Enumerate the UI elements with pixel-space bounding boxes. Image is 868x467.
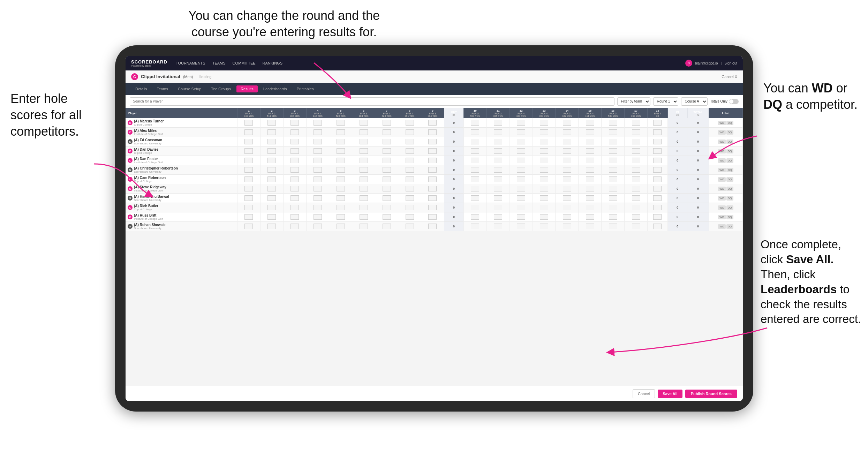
hole-score-input[interactable]	[428, 224, 437, 229]
hole-score-input[interactable]	[632, 148, 640, 154]
hole-score-input[interactable]	[471, 129, 479, 135]
hole-score-input[interactable]	[586, 186, 594, 191]
hole-10-input[interactable]	[463, 165, 486, 175]
hole-score-input[interactable]	[383, 205, 391, 210]
wd-button[interactable]: WD	[718, 121, 725, 125]
hole-score-input[interactable]	[244, 158, 253, 163]
hole-16-input[interactable]	[602, 203, 625, 212]
hole-score-input[interactable]	[609, 224, 617, 229]
hole-4-input[interactable]	[306, 128, 329, 137]
hole-10-input[interactable]	[463, 194, 486, 203]
hole-13-input[interactable]	[533, 165, 556, 175]
hole-12-input[interactable]	[510, 165, 533, 175]
hole-17-input[interactable]	[625, 128, 648, 137]
hole-12-input[interactable]	[510, 222, 533, 231]
hole-10-input[interactable]	[463, 118, 486, 128]
hole-score-input[interactable]	[471, 158, 479, 163]
hole-1-input[interactable]	[237, 222, 260, 231]
hole-score-input[interactable]	[540, 158, 548, 163]
hole-8-input[interactable]	[398, 175, 421, 184]
hole-15-input[interactable]	[579, 175, 602, 184]
hole-score-input[interactable]	[290, 205, 299, 210]
hole-score-input[interactable]	[540, 167, 548, 173]
tab-results[interactable]: Results	[236, 85, 258, 92]
hole-17-input[interactable]	[625, 175, 648, 184]
hole-14-input[interactable]	[556, 137, 579, 146]
tab-leaderboards[interactable]: Leaderboards	[259, 85, 291, 92]
hole-12-input[interactable]	[510, 203, 533, 212]
hole-15-input[interactable]	[579, 184, 602, 194]
hole-score-input[interactable]	[653, 139, 662, 144]
hole-score-input[interactable]	[517, 120, 525, 126]
hole-score-input[interactable]	[337, 186, 345, 191]
hole-2-input[interactable]	[260, 194, 283, 203]
hole-score-input[interactable]	[244, 148, 253, 154]
hole-3-input[interactable]	[283, 165, 306, 175]
hole-score-input[interactable]	[632, 224, 640, 229]
hole-score-input[interactable]	[314, 120, 322, 126]
hole-score-input[interactable]	[244, 205, 253, 210]
hole-score-input[interactable]	[267, 129, 276, 135]
hole-score-input[interactable]	[563, 176, 571, 182]
hole-score-input[interactable]	[406, 167, 414, 173]
hole-5-input[interactable]	[329, 165, 352, 175]
hole-score-input[interactable]	[244, 224, 253, 229]
nav-tournaments[interactable]: TOURNAMENTS	[176, 61, 205, 65]
hole-score-input[interactable]	[471, 167, 479, 173]
hole-9-input[interactable]	[421, 212, 444, 222]
hole-score-input[interactable]	[494, 224, 502, 229]
hole-13-input[interactable]	[533, 156, 556, 165]
hole-score-input[interactable]	[653, 148, 662, 154]
hole-score-input[interactable]	[609, 129, 617, 135]
hole-12-input[interactable]	[510, 146, 533, 156]
hole-score-input[interactable]	[267, 158, 276, 163]
tab-details[interactable]: Details	[131, 85, 151, 92]
hole-score-input[interactable]	[290, 195, 299, 201]
hole-score-input[interactable]	[632, 158, 640, 163]
dq-button[interactable]: DQ	[726, 205, 733, 210]
hole-13-input[interactable]	[533, 203, 556, 212]
hole-2-input[interactable]	[260, 212, 283, 222]
wd-button[interactable]: WD	[718, 196, 725, 201]
hole-7-input[interactable]	[375, 222, 398, 231]
hole-score-input[interactable]	[383, 176, 391, 182]
hole-score-input[interactable]	[494, 120, 502, 126]
hole-13-input[interactable]	[533, 212, 556, 222]
hole-8-input[interactable]	[398, 128, 421, 137]
hole-score-input[interactable]	[360, 224, 368, 229]
hole-2-input[interactable]	[260, 165, 283, 175]
hole-score-input[interactable]	[540, 120, 548, 126]
dq-button[interactable]: DQ	[726, 149, 733, 153]
hole-score-input[interactable]	[360, 158, 368, 163]
hole-score-input[interactable]	[337, 195, 345, 201]
hole-8-input[interactable]	[398, 184, 421, 194]
hole-score-input[interactable]	[290, 176, 299, 182]
hole-1-input[interactable]	[237, 184, 260, 194]
hole-score-input[interactable]	[517, 167, 525, 173]
toggle-switch[interactable]	[729, 99, 739, 104]
hole-score-input[interactable]	[406, 120, 414, 126]
dq-button[interactable]: DQ	[726, 224, 733, 229]
hole-6-input[interactable]	[352, 212, 375, 222]
hole-score-input[interactable]	[471, 195, 479, 201]
hole-score-input[interactable]	[244, 186, 253, 191]
dq-button[interactable]: DQ	[726, 187, 733, 191]
hole-2-input[interactable]	[260, 156, 283, 165]
hole-score-input[interactable]	[517, 186, 525, 191]
hole-1-input[interactable]	[237, 212, 260, 222]
hole-score-input[interactable]	[586, 167, 594, 173]
hole-12-input[interactable]	[510, 184, 533, 194]
hole-1-input[interactable]	[237, 203, 260, 212]
hole-score-input[interactable]	[314, 176, 322, 182]
hole-score-input[interactable]	[471, 186, 479, 191]
hole-8-input[interactable]	[398, 146, 421, 156]
hole-score-input[interactable]	[428, 158, 437, 163]
hole-score-input[interactable]	[540, 205, 548, 210]
hole-score-input[interactable]	[267, 195, 276, 201]
hole-4-input[interactable]	[306, 137, 329, 146]
hole-11-input[interactable]	[486, 203, 510, 212]
hole-1-input[interactable]	[237, 156, 260, 165]
hole-11-input[interactable]	[486, 212, 510, 222]
hole-6-input[interactable]	[352, 128, 375, 137]
hole-score-input[interactable]	[383, 186, 391, 191]
